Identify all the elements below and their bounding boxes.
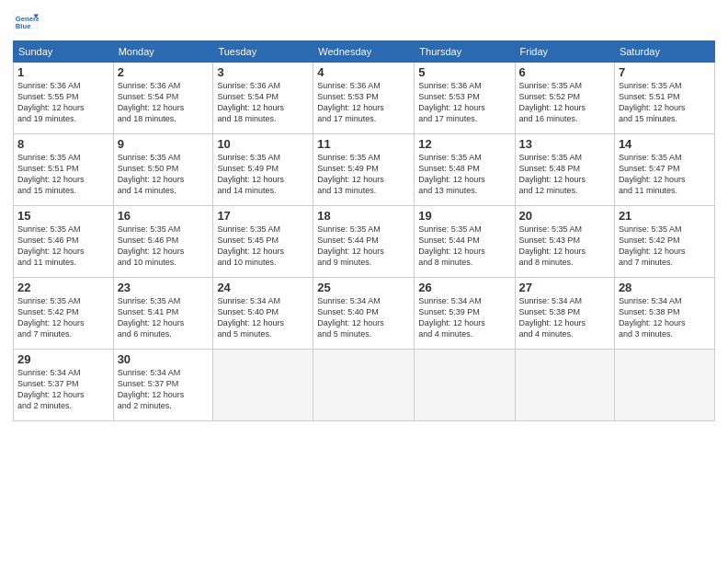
calendar-cell: 21Sunrise: 5:35 AMSunset: 5:42 PMDayligh… [614, 206, 714, 278]
day-info: Sunrise: 5:34 AMSunset: 5:40 PMDaylight:… [317, 295, 410, 340]
calendar-cell: 25Sunrise: 5:34 AMSunset: 5:40 PMDayligh… [313, 278, 415, 350]
day-number: 4 [317, 65, 410, 79]
day-info: Sunrise: 5:35 AMSunset: 5:49 PMDaylight:… [217, 152, 309, 197]
day-info: Sunrise: 5:35 AMSunset: 5:45 PMDaylight:… [217, 224, 309, 269]
day-info: Sunrise: 5:36 AMSunset: 5:54 PMDaylight:… [217, 80, 309, 125]
day-info: Sunrise: 5:36 AMSunset: 5:54 PMDaylight:… [118, 80, 210, 125]
day-number: 14 [619, 137, 711, 151]
day-number: 24 [217, 281, 309, 294]
day-number: 13 [519, 137, 610, 151]
calendar-cell: 30Sunrise: 5:34 AMSunset: 5:37 PMDayligh… [113, 350, 213, 421]
day-info: Sunrise: 5:35 AMSunset: 5:46 PMDaylight:… [118, 224, 210, 269]
day-number: 11 [317, 137, 410, 151]
day-number: 1 [17, 65, 109, 79]
calendar-table: SundayMondayTuesdayWednesdayThursdayFrid… [13, 40, 715, 421]
day-number: 30 [118, 352, 210, 366]
day-number: 28 [619, 281, 711, 294]
logo-icon: General Blue [13, 9, 39, 35]
day-info: Sunrise: 5:35 AMSunset: 5:46 PMDaylight:… [17, 224, 109, 269]
calendar-cell: 8Sunrise: 5:35 AMSunset: 5:51 PMDaylight… [14, 134, 114, 206]
calendar-cell: 13Sunrise: 5:35 AMSunset: 5:48 PMDayligh… [515, 134, 614, 206]
day-number: 15 [17, 209, 109, 223]
day-info: Sunrise: 5:35 AMSunset: 5:42 PMDaylight:… [17, 295, 109, 340]
header: General Blue [13, 9, 715, 35]
weekday-header-thursday: Thursday [415, 41, 515, 63]
calendar-cell: 16Sunrise: 5:35 AMSunset: 5:46 PMDayligh… [113, 206, 213, 278]
weekday-header-wednesday: Wednesday [313, 41, 415, 63]
weekday-header-monday: Monday [113, 41, 213, 63]
day-number: 18 [317, 209, 410, 223]
day-info: Sunrise: 5:34 AMSunset: 5:39 PMDaylight:… [418, 295, 510, 340]
day-number: 29 [17, 352, 109, 366]
day-info: Sunrise: 5:35 AMSunset: 5:47 PMDaylight:… [619, 152, 711, 197]
day-info: Sunrise: 5:35 AMSunset: 5:50 PMDaylight:… [118, 152, 210, 197]
day-info: Sunrise: 5:35 AMSunset: 5:48 PMDaylight:… [519, 152, 610, 197]
calendar-cell [614, 350, 714, 421]
calendar-cell: 26Sunrise: 5:34 AMSunset: 5:39 PMDayligh… [415, 278, 515, 350]
day-number: 23 [118, 281, 210, 294]
day-number: 17 [217, 209, 309, 223]
day-number: 9 [118, 137, 210, 151]
calendar-cell: 5Sunrise: 5:36 AMSunset: 5:53 PMDaylight… [415, 63, 515, 134]
day-info: Sunrise: 5:34 AMSunset: 5:40 PMDaylight:… [217, 295, 309, 340]
calendar-cell: 3Sunrise: 5:36 AMSunset: 5:54 PMDaylight… [213, 63, 313, 134]
day-info: Sunrise: 5:34 AMSunset: 5:38 PMDaylight:… [519, 295, 610, 340]
day-info: Sunrise: 5:35 AMSunset: 5:51 PMDaylight:… [619, 80, 711, 125]
day-number: 6 [519, 65, 610, 79]
day-number: 12 [418, 137, 510, 151]
day-info: Sunrise: 5:35 AMSunset: 5:42 PMDaylight:… [619, 224, 711, 269]
calendar-cell: 11Sunrise: 5:35 AMSunset: 5:49 PMDayligh… [313, 134, 415, 206]
weekday-header-saturday: Saturday [614, 41, 714, 63]
day-number: 27 [519, 281, 610, 294]
day-info: Sunrise: 5:35 AMSunset: 5:48 PMDaylight:… [418, 152, 510, 197]
calendar-cell: 15Sunrise: 5:35 AMSunset: 5:46 PMDayligh… [14, 206, 114, 278]
day-info: Sunrise: 5:35 AMSunset: 5:44 PMDaylight:… [418, 224, 510, 269]
calendar-cell: 17Sunrise: 5:35 AMSunset: 5:45 PMDayligh… [213, 206, 313, 278]
day-info: Sunrise: 5:35 AMSunset: 5:43 PMDaylight:… [519, 224, 610, 269]
calendar-cell: 22Sunrise: 5:35 AMSunset: 5:42 PMDayligh… [14, 278, 114, 350]
day-info: Sunrise: 5:35 AMSunset: 5:49 PMDaylight:… [317, 152, 410, 197]
calendar-cell: 9Sunrise: 5:35 AMSunset: 5:50 PMDaylight… [113, 134, 213, 206]
calendar-cell: 6Sunrise: 5:35 AMSunset: 5:52 PMDaylight… [515, 63, 614, 134]
calendar-cell [415, 350, 515, 421]
weekday-header-sunday: Sunday [14, 41, 114, 63]
calendar-cell [313, 350, 415, 421]
day-info: Sunrise: 5:35 AMSunset: 5:52 PMDaylight:… [519, 80, 610, 125]
calendar-cell: 20Sunrise: 5:35 AMSunset: 5:43 PMDayligh… [515, 206, 614, 278]
day-number: 2 [118, 65, 210, 79]
day-info: Sunrise: 5:35 AMSunset: 5:44 PMDaylight:… [317, 224, 410, 269]
calendar-cell: 19Sunrise: 5:35 AMSunset: 5:44 PMDayligh… [415, 206, 515, 278]
day-number: 7 [619, 65, 711, 79]
day-number: 5 [418, 65, 510, 79]
calendar-cell: 2Sunrise: 5:36 AMSunset: 5:54 PMDaylight… [113, 63, 213, 134]
calendar-cell: 28Sunrise: 5:34 AMSunset: 5:38 PMDayligh… [614, 278, 714, 350]
day-number: 26 [418, 281, 510, 294]
day-number: 22 [17, 281, 109, 294]
calendar-cell [213, 350, 313, 421]
day-info: Sunrise: 5:35 AMSunset: 5:41 PMDaylight:… [118, 295, 210, 340]
day-number: 10 [217, 137, 309, 151]
calendar-cell: 4Sunrise: 5:36 AMSunset: 5:53 PMDaylight… [313, 63, 415, 134]
day-number: 3 [217, 65, 309, 79]
calendar-cell: 27Sunrise: 5:34 AMSunset: 5:38 PMDayligh… [515, 278, 614, 350]
day-info: Sunrise: 5:36 AMSunset: 5:53 PMDaylight:… [317, 80, 410, 125]
calendar-cell: 24Sunrise: 5:34 AMSunset: 5:40 PMDayligh… [213, 278, 313, 350]
day-number: 25 [317, 281, 410, 294]
day-info: Sunrise: 5:35 AMSunset: 5:51 PMDaylight:… [17, 152, 109, 197]
calendar-cell: 12Sunrise: 5:35 AMSunset: 5:48 PMDayligh… [415, 134, 515, 206]
weekday-header-friday: Friday [515, 41, 614, 63]
day-number: 19 [418, 209, 510, 223]
day-info: Sunrise: 5:36 AMSunset: 5:53 PMDaylight:… [418, 80, 510, 125]
day-number: 16 [118, 209, 210, 223]
weekday-header-tuesday: Tuesday [213, 41, 313, 63]
day-number: 21 [619, 209, 711, 223]
day-number: 8 [17, 137, 109, 151]
day-info: Sunrise: 5:34 AMSunset: 5:37 PMDaylight:… [118, 367, 210, 412]
calendar-cell: 29Sunrise: 5:34 AMSunset: 5:37 PMDayligh… [14, 350, 114, 421]
calendar-cell: 7Sunrise: 5:35 AMSunset: 5:51 PMDaylight… [614, 63, 714, 134]
day-number: 20 [519, 209, 610, 223]
day-info: Sunrise: 5:36 AMSunset: 5:55 PMDaylight:… [17, 80, 109, 125]
calendar-cell [515, 350, 614, 421]
calendar-cell: 1Sunrise: 5:36 AMSunset: 5:55 PMDaylight… [14, 63, 114, 134]
calendar-cell: 23Sunrise: 5:35 AMSunset: 5:41 PMDayligh… [113, 278, 213, 350]
